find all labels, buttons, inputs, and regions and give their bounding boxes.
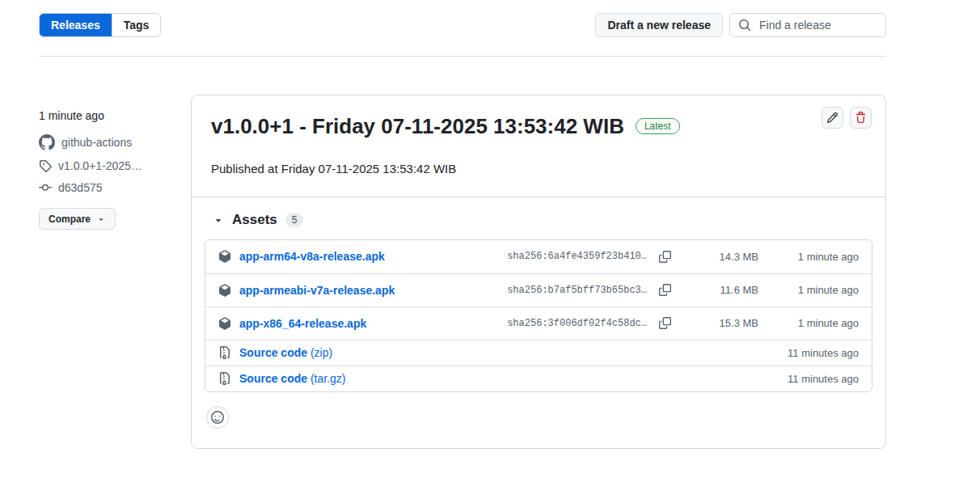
author-name: github-actions: [61, 136, 132, 149]
asset-sha: sha256:b7af5bff73b65bc3…: [507, 285, 647, 296]
page-container: Releases Tags Draft a new release 1 minu…: [39, 0, 886, 449]
assets-count-badge: 5: [285, 213, 304, 227]
package-icon: [218, 250, 231, 263]
asset-row: app-x86_64-release.apk sha256:3f006df02f…: [205, 307, 872, 340]
copy-sha-button[interactable]: [657, 315, 673, 331]
asset-size: 11.6 MB: [684, 284, 758, 296]
github-avatar: [39, 134, 55, 150]
release-title: v1.0.0+1 - Friday 07-11-2025 13:53:42 WI…: [211, 113, 624, 140]
tag-name: v1.0.0+1-2025…: [58, 159, 142, 172]
smiley-icon: [211, 411, 224, 424]
triangle-down-icon: [213, 214, 224, 226]
top-bar-actions: Draft a new release: [595, 13, 886, 37]
find-release-search[interactable]: [729, 13, 886, 37]
source-code-format: (tar.gz): [310, 372, 346, 385]
copy-sha-button[interactable]: [657, 249, 673, 264]
asset-link[interactable]: app-x86_64-release.apk: [239, 317, 366, 330]
asset-time: 11 minutes ago: [758, 373, 859, 385]
add-reaction-button[interactable]: [206, 406, 229, 429]
trash-icon: [855, 112, 867, 124]
assets-label: Assets: [232, 212, 277, 228]
source-code-format: (zip): [310, 346, 332, 359]
content: 1 minute ago github-actions v1.0.0+1-202…: [39, 95, 886, 449]
asset-link[interactable]: app-arm64-v8a-release.apk: [239, 250, 385, 263]
asset-sha: sha256:3f006df02f4c58dc…: [507, 318, 647, 329]
tag-icon: [39, 159, 52, 172]
asset-size: 15.3 MB: [684, 317, 758, 329]
package-icon: [218, 284, 231, 297]
pencil-icon: [826, 112, 838, 124]
release-timestamp: 1 minute ago: [39, 109, 191, 122]
delete-release-button[interactable]: [850, 107, 872, 129]
chevron-down-icon: [96, 214, 106, 224]
tab-releases[interactable]: Releases: [40, 14, 112, 36]
release-actions: [822, 107, 872, 129]
compare-button[interactable]: Compare: [39, 208, 116, 230]
asset-time: 1 minute ago: [758, 284, 859, 296]
asset-link[interactable]: app-armeabi-v7a-release.apk: [239, 284, 395, 297]
asset-row: app-armeabi-v7a-release.apk sha256:b7af5…: [205, 273, 872, 307]
edit-release-button[interactable]: [822, 107, 843, 129]
release-title-row: v1.0.0+1 - Friday 07-11-2025 13:53:42 WI…: [211, 113, 866, 140]
release-author[interactable]: github-actions: [39, 134, 191, 150]
release-sidebar: 1 minute ago github-actions v1.0.0+1-202…: [39, 95, 191, 449]
copy-icon: [659, 317, 671, 329]
releases-tags-switch: Releases Tags: [39, 13, 161, 37]
published-at-text: Published at Friday 07-11-2025 13:53:42 …: [211, 162, 866, 175]
release-card: v1.0.0+1 - Friday 07-11-2025 13:53:42 WI…: [191, 95, 886, 449]
asset-time: 1 minute ago: [758, 251, 859, 263]
search-icon: [738, 19, 751, 32]
top-bar: Releases Tags Draft a new release: [39, 0, 886, 37]
draft-new-release-button[interactable]: Draft a new release: [595, 13, 723, 37]
asset-size: 14.3 MB: [684, 251, 758, 263]
compare-label: Compare: [49, 214, 91, 225]
copy-sha-button[interactable]: [657, 282, 673, 298]
release-card-header: v1.0.0+1 - Friday 07-11-2025 13:53:42 WI…: [192, 95, 885, 197]
header-divider: [39, 56, 886, 57]
package-icon: [218, 317, 231, 330]
release-tag[interactable]: v1.0.0+1-2025…: [39, 159, 191, 172]
asset-row: Source code (tar.gz) 11 minutes ago: [205, 366, 872, 391]
latest-badge: Latest: [636, 118, 680, 134]
file-zip-icon: [218, 372, 231, 385]
copy-icon: [659, 251, 671, 263]
reaction-row: [205, 406, 872, 429]
copy-icon: [659, 284, 671, 296]
asset-sha: sha256:6a4fe4359f23b410…: [507, 251, 647, 262]
source-code-zip-link[interactable]: Source code (zip): [239, 346, 332, 359]
assets-section: Assets 5 app-arm64-v8a-release.apk sha25…: [192, 197, 885, 448]
search-input[interactable]: [758, 18, 877, 32]
source-code-targz-link[interactable]: Source code (tar.gz): [239, 372, 346, 385]
asset-time: 1 minute ago: [758, 317, 859, 329]
source-code-label: Source code: [239, 372, 307, 385]
commit-sha: d63d575: [58, 181, 103, 194]
commit-icon: [39, 181, 52, 194]
asset-row: Source code (zip) 11 minutes ago: [205, 340, 872, 366]
assets-toggle[interactable]: Assets 5: [205, 209, 872, 231]
source-code-label: Source code: [239, 346, 307, 359]
release-commit[interactable]: d63d575: [39, 181, 191, 194]
asset-row: app-arm64-v8a-release.apk sha256:6a4fe43…: [205, 240, 872, 273]
file-zip-icon: [218, 346, 231, 359]
asset-time: 11 minutes ago: [758, 347, 859, 359]
tab-tags[interactable]: Tags: [112, 14, 161, 36]
assets-list: app-arm64-v8a-release.apk sha256:6a4fe43…: [205, 239, 872, 392]
